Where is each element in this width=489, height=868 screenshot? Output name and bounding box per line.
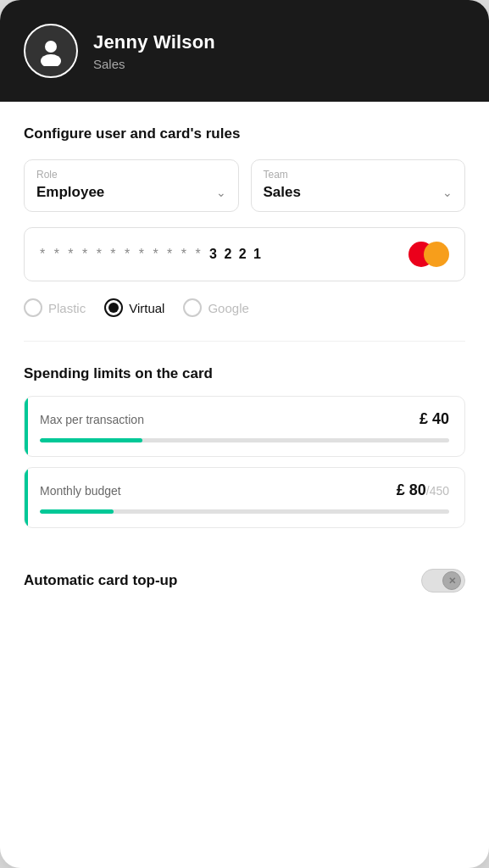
monthly-budget-fill — [40, 509, 114, 514]
max-per-transaction-value: £ 40 — [420, 410, 449, 428]
header: Jenny Wilson Sales — [0, 0, 489, 102]
team-dropdown[interactable]: Team Sales ⌄ — [251, 159, 466, 212]
auto-topup-label: Automatic card top-up — [24, 572, 177, 589]
role-dropdown-value: Employee — [36, 184, 104, 201]
radio-virtual-label: Virtual — [129, 301, 164, 315]
configure-title: Configure user and card's rules — [24, 125, 465, 142]
role-dropdown-label: Role — [36, 169, 226, 181]
radio-google-label: Google — [208, 301, 248, 315]
toggle-x-icon: ✕ — [448, 576, 456, 587]
monthly-budget-track[interactable] — [40, 509, 449, 514]
spending-title: Spending limits on the card — [24, 365, 465, 382]
card-number: * * * * * * * * * * * * 3 2 2 1 — [40, 247, 263, 262]
radio-virtual-outer — [104, 298, 123, 317]
max-per-transaction-track[interactable] — [40, 438, 449, 442]
team-dropdown-value: Sales — [264, 184, 301, 201]
card-number-row: * * * * * * * * * * * * 3 2 2 1 — [24, 227, 465, 281]
phone-card: Jenny Wilson Sales Configure user and ca… — [0, 0, 489, 868]
main-content: Configure user and card's rules Role Emp… — [0, 102, 489, 620]
radio-google-outer — [183, 298, 202, 317]
radio-virtual[interactable]: Virtual — [104, 298, 164, 317]
svg-point-1 — [41, 54, 61, 66]
team-chevron-icon: ⌄ — [442, 186, 453, 199]
team-dropdown-value-row: Sales ⌄ — [264, 184, 453, 201]
monthly-budget-top-row: Monthly budget £ 80/450 — [40, 481, 449, 499]
user-name: Jenny Wilson — [93, 31, 215, 53]
card-type-row: Plastic Virtual Google — [24, 298, 465, 342]
role-chevron-icon: ⌄ — [216, 186, 226, 199]
max-per-transaction-fill — [40, 438, 142, 442]
radio-google[interactable]: Google — [183, 298, 248, 317]
svg-point-0 — [45, 41, 57, 53]
auto-topup-row: Automatic card top-up ✕ — [24, 562, 465, 593]
role-dropdown-value-row: Employee ⌄ — [36, 184, 226, 201]
card-masked: * * * * * * * * * * * * — [40, 247, 203, 261]
mastercard-logo — [408, 242, 449, 267]
radio-plastic[interactable]: Plastic — [24, 298, 86, 317]
max-per-transaction-label: Max per transaction — [40, 413, 144, 426]
monthly-budget-card: Monthly budget £ 80/450 — [24, 467, 465, 528]
radio-plastic-outer — [24, 298, 42, 317]
user-dept: Sales — [93, 57, 215, 71]
radio-virtual-inner — [108, 303, 119, 313]
max-per-transaction-card: Max per transaction £ 40 — [24, 396, 465, 457]
dropdowns-row: Role Employee ⌄ Team Sales ⌄ — [24, 159, 465, 212]
mc-orange-circle — [424, 242, 449, 267]
monthly-budget-max: /450 — [426, 484, 449, 498]
spending-limits-section: Spending limits on the card Max per tran… — [24, 365, 465, 538]
monthly-budget-value: £ 80/450 — [397, 481, 449, 499]
auto-topup-toggle[interactable]: ✕ — [421, 569, 465, 593]
team-dropdown-label: Team — [264, 169, 453, 181]
max-per-transaction-top-row: Max per transaction £ 40 — [40, 410, 449, 428]
radio-plastic-label: Plastic — [48, 301, 86, 315]
toggle-knob: ✕ — [442, 571, 461, 590]
monthly-budget-label: Monthly budget — [40, 484, 121, 498]
card-last-digits: 3 2 2 1 — [209, 247, 263, 261]
header-text: Jenny Wilson Sales — [93, 31, 215, 71]
role-dropdown[interactable]: Role Employee ⌄ — [24, 159, 239, 212]
monthly-budget-current: £ 80 — [397, 481, 426, 498]
avatar — [24, 24, 78, 78]
